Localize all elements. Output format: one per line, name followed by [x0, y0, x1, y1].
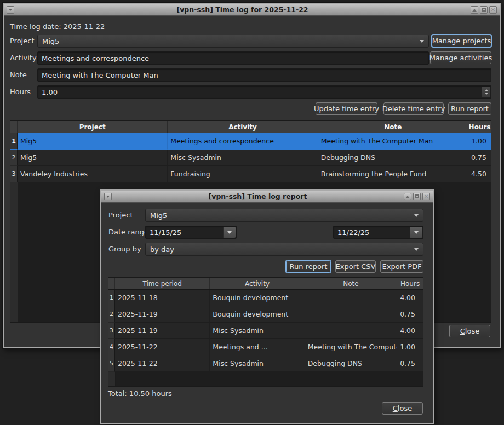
desktop: [vpn-ssh] Time log for 2025-11-22 ✕ Time… — [0, 0, 504, 425]
manage-projects-button[interactable]: Manage projects — [432, 35, 491, 47]
hours-spinbox[interactable]: 1.00 — [37, 85, 491, 99]
dialog-run-report-button[interactable]: Run report — [286, 260, 331, 273]
main-titlebar-buttons: ✕ — [471, 6, 497, 14]
report-row[interactable]: 2 2025-11-19 Bouquin development 0.75 — [108, 306, 423, 323]
spinner-arrows-icon[interactable] — [482, 87, 490, 97]
window-menu-icon[interactable] — [7, 6, 14, 14]
calendar-dropdown-icon[interactable] — [223, 227, 236, 238]
header-hours[interactable]: Hours — [468, 121, 491, 133]
dialog-title: [vpn-ssh] Time log report — [112, 192, 404, 200]
header-activity[interactable]: Activity — [210, 278, 305, 289]
note-input[interactable]: Meeting with The Computer Man — [37, 68, 491, 82]
date-from-picker[interactable]: 11/15/25 — [145, 226, 237, 239]
close-icon[interactable]: ✕ — [422, 193, 430, 200]
export-pdf-button[interactable]: Export PDF — [380, 260, 423, 273]
dialog-titlebar-buttons: ✕ — [404, 193, 430, 200]
header-note[interactable]: Note — [305, 278, 397, 289]
activity-input[interactable]: Meetings and correspondence — [37, 51, 429, 65]
dialog-content: Project Mig5 Date range 11/15/25 — 11/22… — [101, 203, 433, 421]
report-row[interactable]: 3 2025-11-19 Misc Sysadmin 4.00 — [108, 323, 423, 339]
report-row[interactable]: 4 2025-11-22 Meetings and ... Meeting wi… — [108, 339, 423, 355]
shade-icon[interactable] — [471, 6, 478, 14]
header-time-period[interactable]: Time period — [115, 278, 210, 289]
main-window-title: [vpn-ssh] Time log for 2025-11-22 — [14, 5, 471, 14]
header-note[interactable]: Note — [318, 121, 468, 133]
dialog-close-button[interactable]: Close — [382, 402, 423, 415]
table-header: Project Activity Note Hours — [10, 121, 491, 133]
header-hours[interactable]: Hours — [397, 278, 423, 289]
update-time-entry-button[interactable]: Update time entry — [316, 102, 377, 115]
chevron-down-icon — [420, 40, 424, 45]
export-csv-button[interactable]: Export CSV — [335, 260, 376, 273]
report-project-combobox[interactable]: Mig5 — [145, 209, 423, 222]
header-project[interactable]: Project — [18, 121, 168, 133]
date-range-separator: — — [239, 226, 247, 239]
table-row[interactable]: 1 Mig5 Meetings and correspondence Meeti… — [10, 133, 491, 150]
activity-label: Activity — [10, 51, 37, 65]
report-table: Time period Activity Note Hours 1 2025-1… — [108, 277, 423, 387]
header-activity[interactable]: Activity — [168, 121, 318, 133]
main-close-button[interactable]: Close — [449, 325, 490, 337]
total-hours-label: Total: 10.50 hours — [108, 389, 172, 398]
table-row[interactable]: 2 Mig5 Misc Sysadmin Debugging DNS 0.75 — [10, 150, 491, 166]
close-icon[interactable]: ✕ — [489, 6, 497, 14]
note-label: Note — [10, 68, 27, 82]
report-row[interactable]: 5 2025-11-22 Misc Sysadmin Debugging DNS… — [108, 355, 423, 372]
report-project-label: Project — [108, 209, 133, 222]
chevron-down-icon — [414, 214, 419, 219]
date-range-label: Date range — [108, 226, 148, 239]
group-by-combobox[interactable]: by day — [145, 243, 423, 256]
group-by-label: Group by — [108, 243, 141, 256]
chevron-down-icon — [414, 248, 419, 253]
report-dialog: [vpn-ssh] Time log report ✕ Project Mig5… — [100, 189, 434, 424]
run-report-button[interactable]: Run report — [448, 102, 491, 115]
hours-label: Hours — [10, 85, 31, 99]
report-row[interactable]: 1 2025-11-18 Bouquin development 4.00 — [108, 290, 423, 306]
window-menu-icon[interactable] — [104, 193, 112, 200]
main-titlebar[interactable]: [vpn-ssh] Time log for 2025-11-22 ✕ — [4, 4, 500, 16]
table-row[interactable]: 3 Vandeley Industries Fundraising Brains… — [10, 166, 491, 182]
project-combobox-value: Mig5 — [42, 37, 59, 45]
time-log-date-label: Time log date: 2025-11-22 — [10, 20, 105, 33]
project-label: Project — [10, 35, 34, 48]
shade-icon[interactable] — [404, 193, 411, 200]
maximize-icon[interactable] — [480, 6, 488, 14]
dialog-titlebar[interactable]: [vpn-ssh] Time log report ✕ — [101, 191, 433, 203]
project-combobox[interactable]: Mig5 — [37, 35, 429, 48]
maximize-icon[interactable] — [413, 193, 421, 200]
delete-time-entry-button[interactable]: Delete time entry — [383, 102, 444, 115]
date-to-picker[interactable]: 11/22/25 — [333, 226, 423, 239]
report-table-header: Time period Activity Note Hours — [108, 278, 423, 290]
calendar-dropdown-icon[interactable] — [410, 227, 422, 238]
manage-activities-button[interactable]: Manage activities — [430, 51, 491, 64]
